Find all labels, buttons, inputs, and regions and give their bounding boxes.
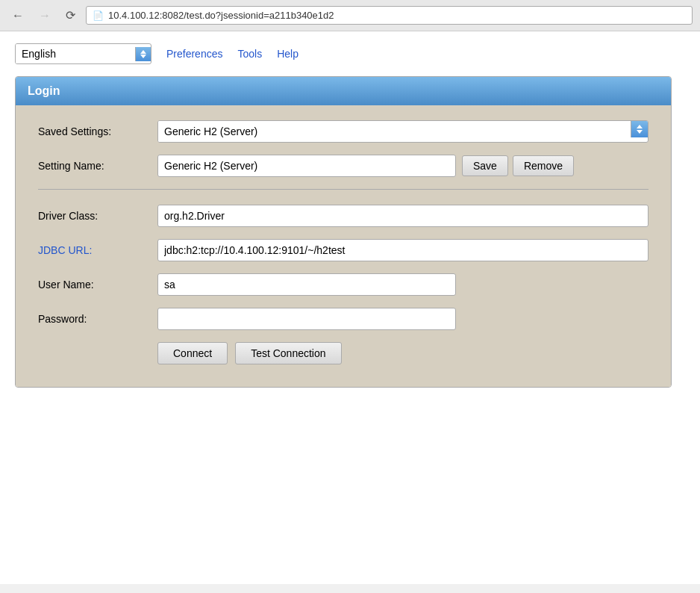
user-name-label: User Name: [38, 279, 157, 291]
password-label: Password: [38, 313, 157, 325]
login-panel: Login Saved Settings: Generic H2 (Server… [15, 76, 672, 388]
arrow-up-icon [140, 50, 146, 54]
driver-class-label: Driver Class: [38, 210, 157, 222]
connect-button[interactable]: Connect [157, 342, 228, 364]
jdbc-url-label[interactable]: JDBC URL: [38, 244, 157, 256]
help-link[interactable]: Help [277, 48, 299, 60]
login-header: Login [16, 77, 671, 105]
address-bar: 📄 10.4.100.12:8082/test.do?jsessionid=a2… [86, 6, 693, 25]
jdbc-url-row: JDBC URL: [38, 239, 649, 261]
remove-button[interactable]: Remove [513, 155, 574, 176]
jdbc-url-input[interactable] [157, 239, 649, 261]
driver-class-row: Driver Class: [38, 205, 649, 227]
login-body: Saved Settings: Generic H2 (Server) Gene… [16, 105, 671, 387]
language-arrow-button[interactable] [135, 47, 151, 61]
forward-button[interactable]: → [34, 7, 55, 24]
language-select-wrapper[interactable]: English German French Spanish Chinese [15, 43, 151, 64]
password-input[interactable] [157, 308, 456, 330]
url-text: 10.4.100.12:8082/test.do?jsessionid=a211… [108, 10, 334, 21]
driver-class-input[interactable] [157, 205, 649, 227]
save-button[interactable]: Save [462, 155, 508, 176]
saved-settings-label: Saved Settings: [38, 125, 157, 137]
user-name-input[interactable] [157, 273, 456, 296]
saved-settings-arrow-button[interactable] [631, 121, 648, 137]
top-nav: English German French Spanish Chinese Pr… [15, 43, 685, 64]
reload-button[interactable]: ⟳ [61, 7, 80, 24]
connect-buttons: Connect Test Connection [157, 342, 649, 364]
language-select[interactable]: English German French Spanish Chinese [16, 44, 135, 63]
preferences-link[interactable]: Preferences [166, 48, 222, 60]
login-title: Login [28, 84, 60, 97]
saved-settings-arrow-down-icon [637, 130, 643, 134]
page-content: English German French Spanish Chinese Pr… [0, 31, 700, 584]
saved-settings-row: Saved Settings: Generic H2 (Server) Gene… [38, 120, 649, 143]
setting-name-input[interactable] [157, 155, 456, 177]
setting-name-label: Setting Name: [38, 160, 157, 172]
saved-settings-arrow-up-icon [637, 125, 643, 128]
setting-name-row: Setting Name: Save Remove [38, 155, 649, 177]
arrow-down-icon [140, 55, 146, 58]
password-row: Password: [38, 308, 649, 330]
saved-settings-select[interactable]: Generic H2 (Server) Generic H2 (Embedded… [158, 121, 631, 142]
back-button[interactable]: ← [7, 7, 28, 24]
browser-chrome: ← → ⟳ 📄 10.4.100.12:8082/test.do?jsessio… [0, 0, 700, 31]
test-connection-button[interactable]: Test Connection [235, 342, 341, 364]
saved-settings-wrapper[interactable]: Generic H2 (Server) Generic H2 (Embedded… [157, 120, 649, 143]
user-name-row: User Name: [38, 273, 649, 296]
tools-link[interactable]: Tools [237, 48, 262, 60]
page-icon: 📄 [93, 10, 104, 21]
divider [38, 189, 649, 190]
setting-name-buttons: Save Remove [462, 155, 574, 176]
